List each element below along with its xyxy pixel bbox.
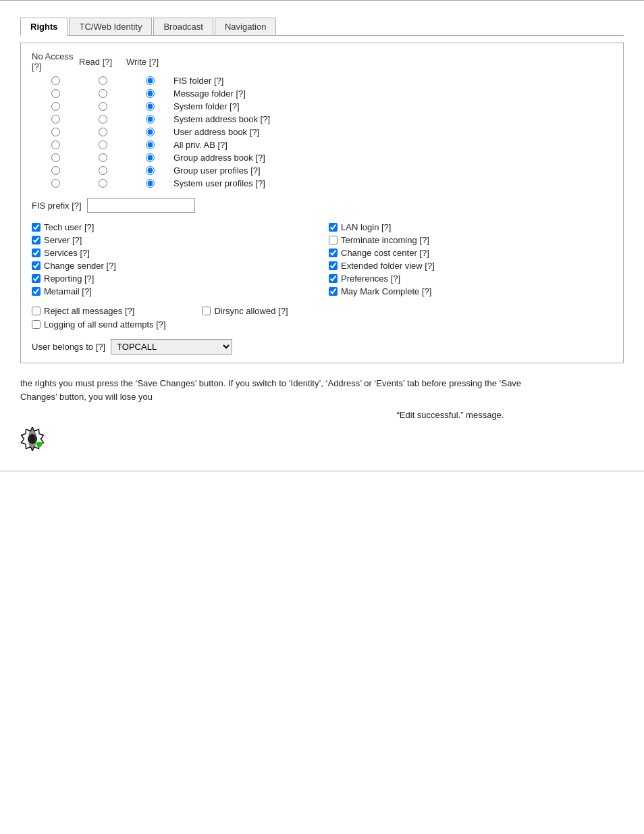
checkbox-terminate-incoming[interactable] (329, 236, 338, 244)
table-row: Message folder [?] (32, 88, 612, 99)
fis-prefix-input[interactable] (87, 198, 195, 213)
table-row: User address book [?] (32, 127, 612, 137)
tab-rights[interactable]: Rights (20, 18, 68, 36)
radio-write-fis-folder[interactable] (146, 76, 155, 85)
radio-write-system-address-book[interactable] (146, 115, 155, 124)
table-row: FIS folder [?] (32, 76, 612, 86)
checkbox-metamail[interactable] (32, 287, 41, 296)
col-header-read: Read [?] (79, 57, 126, 67)
radio-read-system-address-book[interactable] (99, 115, 107, 124)
radio-read-system-folder[interactable] (99, 102, 107, 111)
radio-read-message-folder[interactable] (99, 89, 107, 98)
checkbox-server[interactable] (32, 236, 41, 244)
checkbox-reject-all-messages[interactable] (32, 307, 41, 315)
fis-prefix-row: FIS prefix [?] (32, 198, 612, 213)
user-belongs-to-select[interactable]: TOPCALL (111, 339, 232, 355)
checkbox-reporting[interactable] (32, 274, 41, 283)
checkbox-item-metamail: Metamail [?] (32, 286, 315, 296)
folder-label-message-folder: Message folder [?] (173, 88, 612, 99)
description-text: the rights you must press the ‘Save Chan… (20, 377, 533, 403)
radio-no-access-fis-folder[interactable] (51, 76, 60, 85)
checkbox-preferences[interactable] (329, 274, 338, 283)
checkbox-item-change-cost-center: Change cost center [?] (329, 248, 612, 258)
permissions-checkbox-grid: Tech user [?] LAN login [?] Server [?] T… (32, 222, 612, 296)
label-change-sender: Change sender [?] (44, 261, 116, 271)
radio-read-group-address-book[interactable] (99, 153, 107, 162)
label-server: Server [?] (44, 235, 82, 245)
folder-label-all-priv-ab: All priv. AB [?] (173, 140, 612, 150)
radio-read-group-user-profiles[interactable] (99, 166, 107, 175)
rights-panel: No Access [?] Read [?] Write [?] FIS fol… (20, 43, 624, 363)
label-logging-all-send: Logging of all send attempts [?] (44, 319, 166, 330)
checkbox-logging-all-send[interactable] (32, 320, 41, 329)
radio-write-message-folder[interactable] (146, 89, 155, 98)
col-header-write: Write [?] (126, 57, 173, 67)
checkbox-item-tech-user: Tech user [?] (32, 222, 315, 232)
radio-no-access-system-address-book[interactable] (51, 115, 60, 124)
checkbox-extended-folder-view[interactable] (329, 261, 338, 270)
label-extended-folder-view: Extended folder view [?] (341, 261, 435, 271)
checkbox-item-logging-all-send: Logging of all send attempts [?] (32, 319, 166, 330)
tab-bar: Rights TC/Web Identity Broadcast Navigat… (20, 18, 624, 36)
edit-success-message: “Edit successful.” message. (277, 410, 624, 420)
checkbox-services[interactable] (32, 249, 41, 257)
folder-label-group-user-profiles: Group user profiles [?] (173, 165, 612, 176)
folder-items-list: FIS folder [?] Message folder [?] System… (32, 76, 612, 188)
checkbox-item-server: Server [?] (32, 235, 315, 245)
bottom-check-row-1: Reject all messages [?] Dirsync allowed … (32, 306, 612, 316)
radio-no-access-message-folder[interactable] (51, 89, 60, 98)
checkbox-item-extended-folder-view: Extended folder view [?] (329, 261, 612, 271)
label-reject-all-messages: Reject all messages [?] (44, 306, 134, 316)
radio-write-system-user-profiles[interactable] (146, 179, 155, 188)
label-dirsync-allowed: Dirsync allowed [?] (214, 306, 288, 316)
radio-no-access-user-address-book[interactable] (51, 128, 60, 136)
checkbox-change-sender[interactable] (32, 261, 41, 270)
radio-no-access-system-folder[interactable] (51, 102, 60, 111)
checkbox-item-lan-login: LAN login [?] (329, 222, 612, 232)
radio-no-access-group-user-profiles[interactable] (51, 166, 60, 175)
label-may-mark-complete: May Mark Complete [?] (341, 286, 431, 296)
folder-label-group-address-book: Group address book [?] (173, 153, 612, 163)
col-header-no-access: No Access [?] (32, 51, 79, 72)
radio-read-fis-folder[interactable] (99, 76, 107, 85)
user-belongs-to-label: User belongs to [?] (32, 342, 105, 352)
radio-no-access-group-address-book[interactable] (51, 153, 60, 162)
table-row: All priv. AB [?] (32, 140, 612, 150)
radio-read-all-priv-ab[interactable] (99, 140, 107, 149)
gear-icon (20, 427, 47, 454)
checkbox-item-dirsync-allowed: Dirsync allowed [?] (202, 306, 288, 316)
label-preferences: Preferences [?] (341, 273, 400, 284)
radio-read-system-user-profiles[interactable] (99, 179, 107, 188)
radio-write-user-address-book[interactable] (146, 128, 155, 136)
checkbox-tech-user[interactable] (32, 223, 41, 232)
folder-label-user-address-book: User address book [?] (173, 127, 612, 137)
checkbox-item-services: Services [?] (32, 248, 315, 258)
checkbox-item-preferences: Preferences [?] (329, 273, 612, 284)
table-row: System address book [?] (32, 114, 612, 124)
radio-no-access-system-user-profiles[interactable] (51, 179, 60, 188)
checkbox-change-cost-center[interactable] (329, 249, 338, 257)
tab-tc-web-identity[interactable]: TC/Web Identity (69, 18, 152, 35)
radio-write-system-folder[interactable] (146, 102, 155, 111)
folder-label-system-folder: System folder [?] (173, 101, 612, 111)
tab-broadcast[interactable]: Broadcast (153, 18, 213, 35)
bottom-checkboxes-section: Reject all messages [?] Dirsync allowed … (32, 306, 612, 330)
table-row: System user profiles [?] (32, 178, 612, 188)
label-tech-user: Tech user [?] (44, 222, 94, 232)
checkbox-lan-login[interactable] (329, 223, 338, 232)
folder-label-system-user-profiles: System user profiles [?] (173, 178, 612, 188)
user-belongs-to-row: User belongs to [?] TOPCALL (32, 339, 612, 355)
label-reporting: Reporting [?] (44, 273, 94, 284)
radio-no-access-all-priv-ab[interactable] (51, 140, 60, 149)
svg-point-2 (36, 442, 42, 447)
checkbox-may-mark-complete[interactable] (329, 287, 338, 296)
radio-read-user-address-book[interactable] (99, 128, 107, 136)
checkbox-dirsync-allowed[interactable] (202, 307, 211, 315)
table-row: System folder [?] (32, 101, 612, 111)
radio-write-group-user-profiles[interactable] (146, 166, 155, 175)
radio-write-group-address-book[interactable] (146, 153, 155, 162)
tab-navigation[interactable]: Navigation (215, 18, 276, 35)
radio-write-all-priv-ab[interactable] (146, 140, 155, 149)
label-metamail: Metamail [?] (44, 286, 92, 296)
label-change-cost-center: Change cost center [?] (341, 248, 429, 258)
